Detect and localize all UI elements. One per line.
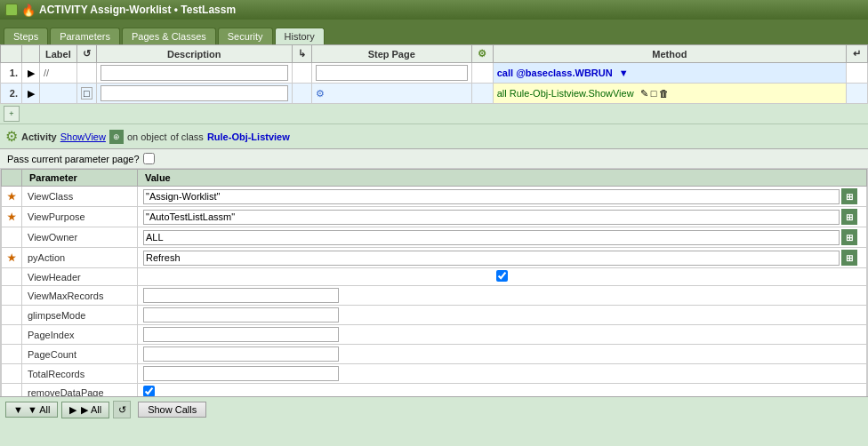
col-required-header [2,170,22,187]
step-expand-1[interactable]: ▶ [22,63,40,84]
param-row-pyaction: ★ pyAction ⊞ [2,248,867,268]
param-input-pyaction[interactable] [143,251,840,266]
param-row-viewheader: ViewHeader [2,268,867,286]
param-input-viewpurpose[interactable] [143,210,840,225]
show-calls-button[interactable]: Show Calls [138,402,206,418]
param-input-viewmaxrecords[interactable] [143,288,339,303]
step-method-action-2 [847,84,868,104]
class-value: Rule-Obj-Listview [207,131,290,142]
col-expand [22,45,40,63]
step-arrow-1 [292,63,311,84]
param-row-viewowner: ViewOwner ⊞ [2,227,867,248]
required-star-viewpurpose: ★ [7,211,16,222]
col-description-header: Description [96,45,292,63]
add-step-btn[interactable]: + [4,106,20,122]
param-expand-viewpurpose[interactable]: ⊞ [841,209,857,225]
param-value-viewclass: ⊞ [138,187,867,207]
chevron-right-icon: ▶ [69,404,76,416]
step-reset-1[interactable] [76,63,96,84]
required-star-pyaction: ★ [7,252,16,263]
showview-label[interactable]: ShowView [60,131,106,142]
step-desc-input-1[interactable] [100,65,288,81]
gear-icon-activity: ⚙ [5,128,18,145]
step-row-1: 1. ▶ // call @baseclass.WBRUN ▼ [1,63,868,84]
param-row-viewpurpose: ★ ViewPurpose ⊞ [2,207,867,227]
pass-param-row: Pass current parameter page? [0,149,868,168]
chevron-down-icon: ▼ [13,404,23,415]
pass-param-label: Pass current parameter page? [7,154,140,164]
param-input-glimpsemode[interactable] [143,307,339,323]
tab-parameters[interactable]: Parameters [50,28,120,44]
step-page-input-1[interactable] [316,65,468,81]
col-reset2: ↵ [847,45,868,63]
param-row-viewclass: ★ ViewClass ⊞ [2,187,867,207]
param-input-totalrecords[interactable] [143,366,339,381]
bottom-bar: ▼ ▼ All ▶ ▶ All ↺ Show Calls [0,396,868,422]
param-input-pagecount[interactable] [143,346,339,362]
all-btn-right[interactable]: ▶ ▶ All [61,402,109,418]
col-gear: ⚙ [471,45,493,63]
on-object-label: on object [127,131,167,142]
params-section: Parameter Value ★ ViewClass ⊞ [0,168,868,422]
param-expand-viewclass[interactable]: ⊞ [841,188,857,204]
step-desc-2[interactable] [96,84,292,104]
param-row-glimpsemode: glimpseMode [2,306,867,325]
required-star-viewclass: ★ [7,191,16,202]
param-value-viewheader [138,268,867,286]
title-bar: 🔥 ACTIVITY Assign-Worklist • TestLassm [0,0,868,20]
param-expand-pyaction[interactable]: ⊞ [841,250,857,266]
step-page-1[interactable] [311,63,471,84]
param-name-viewmaxrecords: ViewMaxRecords [22,286,138,306]
tab-security[interactable]: Security [218,28,273,44]
step-label-2 [40,84,77,104]
param-name-pyaction: pyAction [22,248,138,268]
refresh-icon-btn[interactable]: ↺ [113,401,131,418]
step-num-2: 2. [1,84,22,104]
tab-steps[interactable]: Steps [4,28,48,44]
params-table: Parameter Value ★ ViewClass ⊞ [1,169,867,421]
step-arrow-2 [292,84,311,104]
param-row-pagecount: PageCount [2,345,867,364]
param-value-viewmaxrecords [138,286,867,306]
param-input-viewclass[interactable] [143,189,840,204]
col-reset1: ↺ [76,45,96,63]
param-row-viewmaxrecords: ViewMaxRecords [2,286,867,306]
param-name-glimpsemode: glimpseMode [22,306,138,325]
param-value-pagecount [138,345,867,364]
param-name-totalrecords: TotalRecords [22,364,138,384]
col-num [1,45,22,63]
step-desc-1[interactable] [96,63,292,84]
step-gear-1 [471,63,493,84]
step-reset-2[interactable]: □ [76,84,96,104]
param-value-viewowner: ⊞ [138,227,867,248]
param-row-totalrecords: TotalRecords [2,364,867,384]
step-page-2[interactable]: ⚙ [311,84,471,104]
flame-icon: 🔥 [21,4,36,17]
showview-icon[interactable]: ⊕ [109,130,124,144]
param-name-pageindex: PageIndex [22,325,138,345]
app-icon [5,4,18,16]
step-desc-input-2[interactable] [100,85,288,101]
param-name-viewclass: ViewClass [22,187,138,207]
col-steppage-header: Step Page [311,45,471,63]
param-name-pagecount: PageCount [22,345,138,364]
all-btn-down[interactable]: ▼ ▼ All [5,402,58,418]
steps-toolbar: + [0,104,868,124]
col-label-header: Label [40,45,77,63]
param-value-pyaction: ⊞ [138,248,867,268]
param-value-totalrecords [138,364,867,384]
step-expand-2[interactable]: ▶ [22,84,40,104]
param-input-viewowner[interactable] [143,230,840,245]
col-value-header: Value [138,170,867,187]
activity-label: Activity [21,131,57,142]
param-name-viewowner: ViewOwner [22,227,138,248]
tab-pages-classes[interactable]: Pages & Classes [122,28,216,44]
step-method-2: all Rule-Obj-Listview.ShowView ✎ □ 🗑 [493,84,846,104]
pass-param-checkbox[interactable] [143,153,155,164]
param-checkbox-viewheader[interactable] [496,270,508,282]
param-expand-viewowner[interactable]: ⊞ [841,229,857,245]
step-method-1: call @baseclass.WBRUN ▼ [493,63,846,84]
param-input-pageindex[interactable] [143,327,339,342]
param-value-viewpurpose: ⊞ [138,207,867,227]
tab-history[interactable]: History [275,28,325,44]
